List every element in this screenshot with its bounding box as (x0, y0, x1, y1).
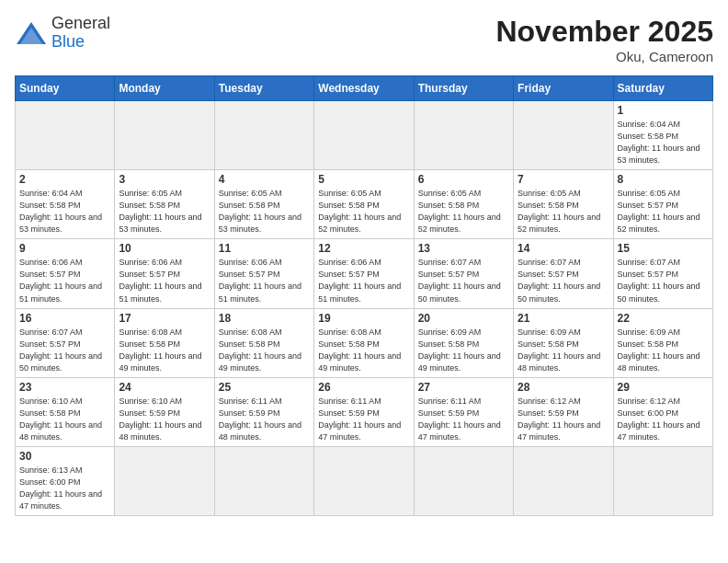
day-number: 19 (318, 312, 409, 325)
day-number: 3 (119, 173, 210, 186)
day-info: Sunrise: 6:07 AMSunset: 5:57 PMDaylight:… (418, 257, 509, 304)
col-header-tuesday: Tuesday (214, 76, 313, 101)
calendar-cell: 10Sunrise: 6:06 AMSunset: 5:57 PMDayligh… (115, 239, 214, 308)
calendar-week-2: 2Sunrise: 6:04 AMSunset: 5:58 PMDaylight… (16, 170, 713, 239)
calendar-cell (414, 101, 513, 170)
day-info: Sunrise: 6:05 AMSunset: 5:58 PMDaylight:… (219, 188, 310, 236)
calendar-cell: 13Sunrise: 6:07 AMSunset: 5:57 PMDayligh… (414, 239, 513, 308)
day-info: Sunrise: 6:05 AMSunset: 5:58 PMDaylight:… (119, 188, 210, 236)
col-header-friday: Friday (514, 76, 613, 101)
day-number: 22 (618, 312, 709, 325)
day-number: 15 (618, 242, 709, 255)
day-info: Sunrise: 6:05 AMSunset: 5:58 PMDaylight:… (418, 188, 509, 236)
calendar-week-1: 1Sunrise: 6:04 AMSunset: 5:58 PMDaylight… (16, 101, 713, 170)
calendar-cell: 19Sunrise: 6:08 AMSunset: 5:58 PMDayligh… (314, 308, 414, 377)
calendar-cell (314, 101, 414, 170)
day-info: Sunrise: 6:07 AMSunset: 5:57 PMDaylight:… (518, 257, 609, 304)
calendar-cell (613, 446, 712, 515)
day-info: Sunrise: 6:04 AMSunset: 5:58 PMDaylight:… (618, 119, 709, 167)
day-number: 30 (19, 450, 110, 463)
calendar-cell: 25Sunrise: 6:11 AMSunset: 5:59 PMDayligh… (214, 377, 313, 446)
day-info: Sunrise: 6:05 AMSunset: 5:58 PMDaylight:… (318, 188, 409, 236)
day-number: 29 (618, 381, 709, 394)
day-number: 14 (518, 242, 609, 255)
day-number: 10 (119, 242, 210, 255)
day-info: Sunrise: 6:09 AMSunset: 5:58 PMDaylight:… (618, 327, 709, 374)
day-info: Sunrise: 6:09 AMSunset: 5:58 PMDaylight:… (418, 327, 509, 374)
calendar-cell: 4Sunrise: 6:05 AMSunset: 5:58 PMDaylight… (214, 170, 313, 239)
day-info: Sunrise: 6:11 AMSunset: 5:59 PMDaylight:… (219, 396, 310, 443)
calendar-cell: 21Sunrise: 6:09 AMSunset: 5:58 PMDayligh… (514, 308, 613, 377)
col-header-sunday: Sunday (16, 76, 115, 101)
day-number: 8 (618, 173, 709, 186)
day-number: 12 (318, 242, 409, 255)
day-info: Sunrise: 6:11 AMSunset: 5:59 PMDaylight:… (418, 396, 509, 443)
calendar-cell (115, 446, 214, 515)
calendar-cell: 14Sunrise: 6:07 AMSunset: 5:57 PMDayligh… (514, 239, 613, 308)
calendar-cell: 9Sunrise: 6:06 AMSunset: 5:57 PMDaylight… (16, 239, 115, 308)
calendar: SundayMondayTuesdayWednesdayThursdayFrid… (15, 75, 713, 516)
calendar-cell (214, 446, 313, 515)
calendar-cell: 26Sunrise: 6:11 AMSunset: 5:59 PMDayligh… (314, 377, 414, 446)
calendar-cell (514, 446, 613, 515)
day-number: 20 (418, 312, 509, 325)
logo-icon (15, 20, 48, 46)
location: Oku, Cameroon (495, 49, 713, 64)
calendar-cell: 8Sunrise: 6:05 AMSunset: 5:57 PMDaylight… (613, 170, 712, 239)
calendar-cell: 23Sunrise: 6:10 AMSunset: 5:58 PMDayligh… (16, 377, 115, 446)
col-header-monday: Monday (115, 76, 214, 101)
calendar-cell: 7Sunrise: 6:05 AMSunset: 5:58 PMDaylight… (514, 170, 613, 239)
day-number: 18 (219, 312, 310, 325)
calendar-cell: 27Sunrise: 6:11 AMSunset: 5:59 PMDayligh… (414, 377, 513, 446)
day-info: Sunrise: 6:08 AMSunset: 5:58 PMDaylight:… (318, 327, 409, 374)
calendar-cell (514, 101, 613, 170)
day-info: Sunrise: 6:04 AMSunset: 5:58 PMDaylight:… (19, 188, 110, 236)
calendar-cell: 30Sunrise: 6:13 AMSunset: 6:00 PMDayligh… (16, 446, 115, 515)
col-header-saturday: Saturday (613, 76, 712, 101)
day-info: Sunrise: 6:08 AMSunset: 5:58 PMDaylight:… (119, 327, 210, 374)
calendar-cell (115, 101, 214, 170)
calendar-cell: 11Sunrise: 6:06 AMSunset: 5:57 PMDayligh… (214, 239, 313, 308)
calendar-cell: 28Sunrise: 6:12 AMSunset: 5:59 PMDayligh… (514, 377, 613, 446)
page-header: General Blue November 2025 Oku, Cameroon (15, 15, 713, 64)
day-number: 11 (219, 242, 310, 255)
day-info: Sunrise: 6:07 AMSunset: 5:57 PMDaylight:… (19, 327, 110, 374)
day-number: 28 (518, 381, 609, 394)
day-number: 6 (418, 173, 509, 186)
day-number: 26 (318, 381, 409, 394)
day-number: 5 (318, 173, 409, 186)
day-info: Sunrise: 6:06 AMSunset: 5:57 PMDaylight:… (19, 257, 110, 304)
calendar-header-row: SundayMondayTuesdayWednesdayThursdayFrid… (16, 76, 713, 101)
day-number: 13 (418, 242, 509, 255)
day-number: 1 (618, 104, 709, 117)
day-number: 16 (19, 312, 110, 325)
day-info: Sunrise: 6:07 AMSunset: 5:57 PMDaylight:… (618, 257, 709, 304)
logo: General Blue (15, 15, 110, 52)
day-info: Sunrise: 6:12 AMSunset: 6:00 PMDaylight:… (618, 396, 709, 443)
calendar-cell: 24Sunrise: 6:10 AMSunset: 5:59 PMDayligh… (115, 377, 214, 446)
col-header-wednesday: Wednesday (314, 76, 414, 101)
day-number: 17 (119, 312, 210, 325)
calendar-cell: 5Sunrise: 6:05 AMSunset: 5:58 PMDaylight… (314, 170, 414, 239)
calendar-cell: 6Sunrise: 6:05 AMSunset: 5:58 PMDaylight… (414, 170, 513, 239)
calendar-cell (414, 446, 513, 515)
title-block: November 2025 Oku, Cameroon (495, 15, 713, 64)
col-header-thursday: Thursday (414, 76, 513, 101)
calendar-cell: 17Sunrise: 6:08 AMSunset: 5:58 PMDayligh… (115, 308, 214, 377)
day-info: Sunrise: 6:11 AMSunset: 5:59 PMDaylight:… (318, 396, 409, 443)
calendar-cell (16, 101, 115, 170)
calendar-week-3: 9Sunrise: 6:06 AMSunset: 5:57 PMDaylight… (16, 239, 713, 308)
calendar-cell: 20Sunrise: 6:09 AMSunset: 5:58 PMDayligh… (414, 308, 513, 377)
logo-text: General Blue (51, 15, 110, 52)
day-number: 7 (518, 173, 609, 186)
calendar-cell: 18Sunrise: 6:08 AMSunset: 5:58 PMDayligh… (214, 308, 313, 377)
day-number: 4 (219, 173, 310, 186)
day-info: Sunrise: 6:09 AMSunset: 5:58 PMDaylight:… (518, 327, 609, 374)
calendar-cell: 29Sunrise: 6:12 AMSunset: 6:00 PMDayligh… (613, 377, 712, 446)
day-number: 24 (119, 381, 210, 394)
day-number: 25 (219, 381, 310, 394)
month-title: November 2025 (495, 15, 713, 49)
day-info: Sunrise: 6:13 AMSunset: 6:00 PMDaylight:… (19, 465, 110, 512)
calendar-cell (214, 101, 313, 170)
calendar-week-6: 30Sunrise: 6:13 AMSunset: 6:00 PMDayligh… (16, 446, 713, 515)
